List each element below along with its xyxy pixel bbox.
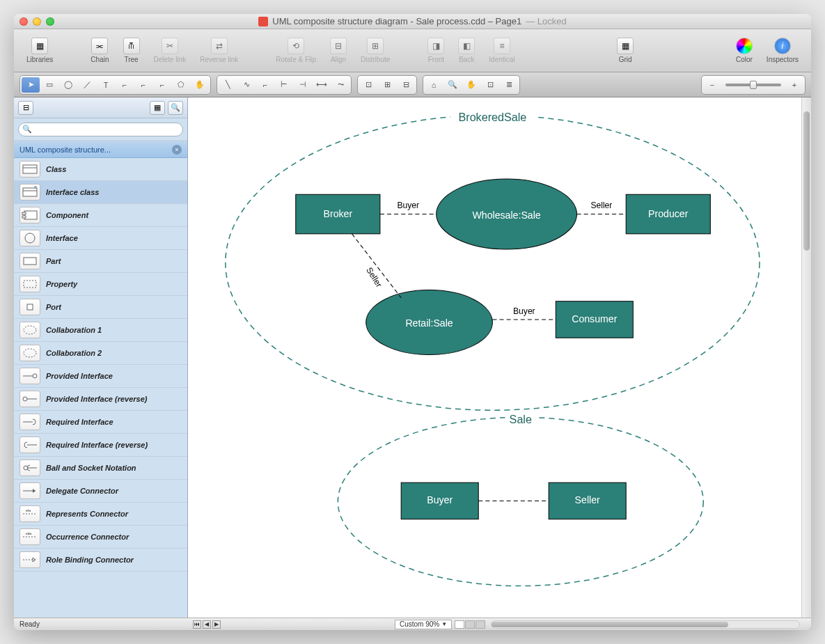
conn-2[interactable]: ∿ xyxy=(237,77,256,93)
shape-item[interactable]: Property xyxy=(14,273,187,296)
snap-2[interactable]: ⊞ xyxy=(378,77,396,93)
minimize-window-button[interactable] xyxy=(33,17,41,26)
tree-button[interactable]: ⫚ Tree xyxy=(118,35,146,66)
grid-button[interactable]: ▦ Grid xyxy=(611,35,639,66)
connector-tool-3[interactable]: ⌐ xyxy=(153,77,171,93)
shape-preview-icon: «r» xyxy=(19,505,40,522)
conn-5[interactable]: ⊣ xyxy=(294,77,312,93)
page-next-button[interactable]: ▶ xyxy=(212,620,221,629)
shape-item[interactable]: Interface xyxy=(14,227,187,250)
conn-6[interactable]: ⟷ xyxy=(313,77,331,93)
shape-item[interactable]: Required Interface (reverse) xyxy=(14,434,187,457)
line-tool[interactable]: ／ xyxy=(78,77,96,93)
shape-item[interactable]: Ball and Socket Notation xyxy=(14,457,187,480)
shape-item[interactable]: Part xyxy=(14,250,187,273)
identical-button[interactable]: ≡ Identical xyxy=(483,35,520,66)
conn-1[interactable]: ╲ xyxy=(219,77,237,93)
inspectors-button[interactable]: i Inspectors xyxy=(761,35,804,66)
hand-tool[interactable]: ✋ xyxy=(191,77,209,93)
front-button[interactable]: ◨ Front xyxy=(422,35,450,66)
delete-link-button[interactable]: ✂ Delete link xyxy=(148,35,192,66)
shape-item[interactable]: Provided Interface xyxy=(14,365,187,388)
back-button[interactable]: ◧ Back xyxy=(453,35,480,66)
rect-tool[interactable]: ▭ xyxy=(40,77,58,93)
vertical-scrollbar[interactable] xyxy=(801,97,811,618)
zoom-display[interactable]: Custom 90% ▼ xyxy=(395,620,452,629)
nav-home[interactable]: ⌂ xyxy=(425,77,443,93)
conn-3[interactable]: ⌐ xyxy=(256,77,274,93)
nav-pan[interactable]: ✋ xyxy=(462,77,480,93)
shape-item[interactable]: Class xyxy=(14,158,187,181)
nav-layers[interactable]: ≣ xyxy=(500,77,518,93)
shape-item[interactable]: Provided Interface (reverse) xyxy=(14,388,187,411)
connector-tool-1[interactable]: ⌐ xyxy=(116,77,134,93)
page-prev-button[interactable]: ◀ xyxy=(203,620,211,629)
shape-name-label: Interface class xyxy=(46,188,99,196)
library-title-bar[interactable]: UML composite structure... × xyxy=(14,141,187,158)
shape-item[interactable]: Collaboration 1 xyxy=(14,319,187,342)
text-tool[interactable]: T xyxy=(97,77,115,93)
close-window-button[interactable] xyxy=(19,17,28,26)
nav-fit[interactable]: ⊡ xyxy=(481,77,499,93)
ellipse-tool[interactable]: ◯ xyxy=(59,77,77,93)
pointer-tool[interactable]: ➤ xyxy=(22,77,40,93)
statusbar: Ready ⏮ ◀ ▶ Custom 90% ▼ xyxy=(14,618,811,630)
brokered-sale-collaboration[interactable] xyxy=(226,115,760,410)
sidebar-search-button[interactable]: 🔍 xyxy=(168,101,183,115)
snap-3[interactable]: ⊟ xyxy=(397,77,415,93)
shape-preview-icon xyxy=(19,482,40,499)
connector-tool-2[interactable]: ⌐ xyxy=(134,77,152,93)
sidebar-collapse-button[interactable]: ⊟ xyxy=(18,101,33,115)
shape-item[interactable]: «r» Represents Connector xyxy=(14,503,187,526)
page-first-button[interactable]: ⏮ xyxy=(193,620,201,629)
shape-item[interactable]: Component xyxy=(14,204,187,227)
canvas-area[interactable]: BrokeredSale Broker Wholesale:Sale Produ… xyxy=(188,97,811,618)
chain-button[interactable]: ⫘ Chain xyxy=(85,35,114,66)
page-tab-2[interactable] xyxy=(465,620,475,629)
window-title: UML composite structure diagram - Sale p… xyxy=(14,16,811,26)
zoom-out-button[interactable]: − xyxy=(703,77,721,93)
page-tab-1[interactable] xyxy=(455,620,464,629)
color-button[interactable]: Color xyxy=(730,35,758,66)
zoom-slider-group: − + xyxy=(701,75,806,95)
shape-item[interactable]: Interface class xyxy=(14,181,187,204)
svg-rect-9 xyxy=(24,258,36,265)
traffic-lights xyxy=(19,17,54,26)
sale-collaboration[interactable] xyxy=(338,417,703,586)
svg-rect-2 xyxy=(23,188,37,196)
shape-item[interactable]: Port xyxy=(14,296,187,319)
svg-rect-11 xyxy=(27,304,33,310)
svg-rect-6 xyxy=(22,212,26,214)
svg-rect-5 xyxy=(24,211,37,219)
nav-zoom[interactable]: 🔍 xyxy=(443,77,462,93)
svg-point-4 xyxy=(34,186,37,189)
distribute-button[interactable]: ⊞ Distribute xyxy=(355,35,395,66)
shape-item[interactable]: Collaboration 2 xyxy=(14,342,187,365)
shape-item[interactable]: «o» Occurrence Connector xyxy=(14,526,187,549)
shape-name-label: Interface xyxy=(46,234,78,242)
library-close-button[interactable]: × xyxy=(172,145,182,155)
horizontal-scrollbar[interactable] xyxy=(491,620,800,629)
shape-item[interactable]: Required Interface xyxy=(14,411,187,434)
sidebar-view-grid-button[interactable]: ▦ xyxy=(150,101,165,115)
zoom-window-button[interactable] xyxy=(46,17,54,26)
snap-1[interactable]: ⊡ xyxy=(359,77,377,93)
page-tab-3[interactable] xyxy=(476,620,485,629)
zoom-slider[interactable] xyxy=(725,84,781,86)
back-icon: ◧ xyxy=(458,38,475,54)
libraries-icon: ▦ xyxy=(31,38,48,54)
polygon-tool[interactable]: ⬠ xyxy=(172,77,190,93)
conn-4[interactable]: ⊢ xyxy=(275,77,293,93)
shape-item[interactable]: Role Binding Connector xyxy=(14,549,187,572)
shape-item[interactable]: Delegate Connector xyxy=(14,480,187,503)
shape-preview-icon xyxy=(19,460,40,476)
reverse-link-button[interactable]: ⇄ Reverse link xyxy=(194,35,244,66)
libraries-button[interactable]: ▦ Libraries xyxy=(21,35,58,66)
conn-7[interactable]: ⤳ xyxy=(331,77,349,93)
rotate-flip-button[interactable]: ⟲ Rotate & Flip xyxy=(270,35,322,66)
library-search-input[interactable] xyxy=(18,123,183,136)
align-button[interactable]: ⊟ Align xyxy=(324,35,352,66)
zoom-in-button[interactable]: + xyxy=(785,77,803,93)
diagram-canvas[interactable]: BrokeredSale Broker Wholesale:Sale Produ… xyxy=(188,97,811,618)
titlebar: UML composite structure diagram - Sale p… xyxy=(14,14,811,29)
